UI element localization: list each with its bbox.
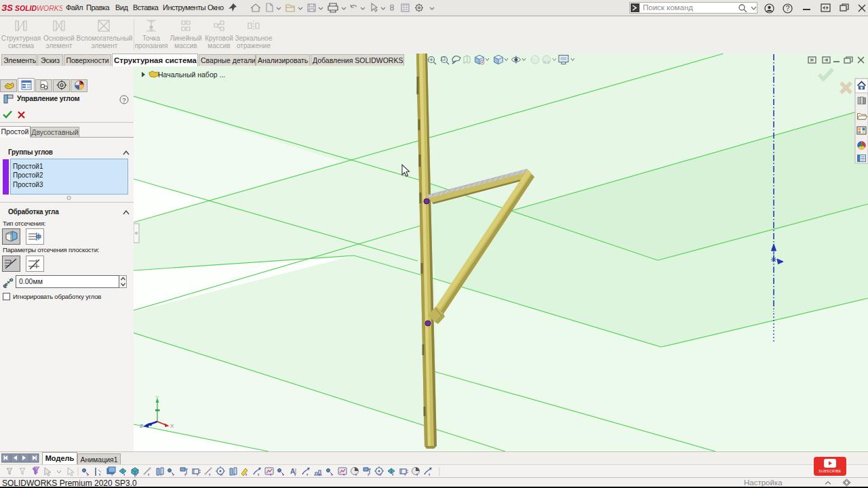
svg-text:Y: Y	[155, 394, 159, 401]
svg-text:SOLIDWORKS: SOLIDWORKS	[15, 4, 62, 12]
svg-text:X: X	[170, 423, 174, 429]
svg-text:Z: Z	[140, 423, 143, 429]
svg-text:?: ?	[122, 96, 125, 104]
svg-text:ЗS: ЗS	[1, 3, 13, 13]
svg-text:Начальный набор ...: Начальный набор ...	[158, 70, 225, 79]
svg-text:C: C	[4, 285, 7, 289]
svg-text:?: ?	[786, 5, 790, 12]
